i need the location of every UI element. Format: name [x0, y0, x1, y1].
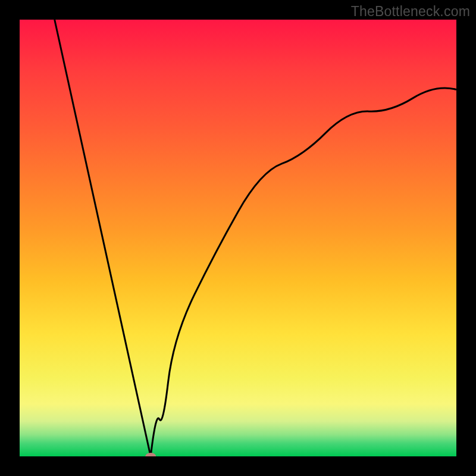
plot-area: [20, 20, 456, 456]
bottleneck-curve-svg: [20, 20, 456, 456]
watermark-text: TheBottleneck.com: [351, 4, 470, 20]
bottleneck-curve-path: [55, 20, 456, 456]
outer-frame: TheBottleneck.com: [0, 0, 476, 476]
bottleneck-marker: [145, 453, 156, 456]
